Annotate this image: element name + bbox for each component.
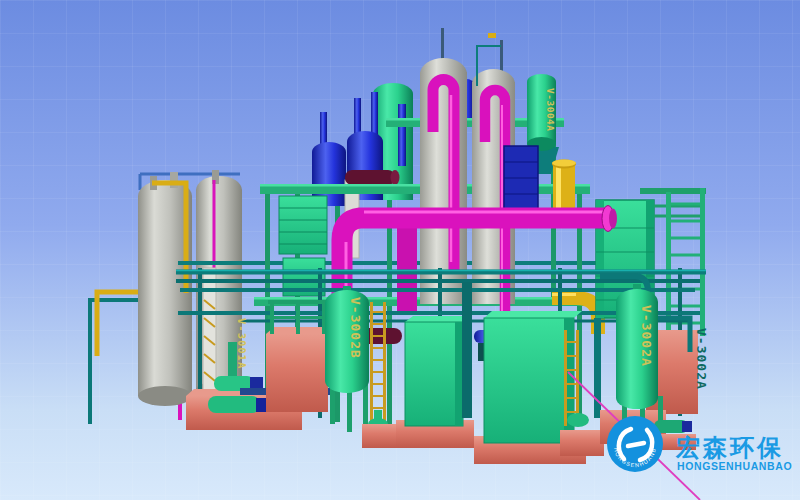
equipment-label-v3002b: V-3002B — [348, 297, 363, 359]
blue-control-cabinet — [504, 146, 538, 210]
column-body — [420, 72, 467, 304]
brand-name-en: HONGSENHUANBAO — [677, 460, 792, 472]
brand-name-cn: 宏森环保 — [675, 434, 784, 461]
maroon-horizontal-vessel — [345, 170, 400, 185]
equipment-tag-v3002a: V-3002A — [694, 328, 709, 390]
equipment-label-v3001a: V-3001A — [236, 318, 248, 369]
teal-riser — [462, 282, 472, 418]
pump — [208, 396, 260, 413]
equipment-label-v3004a: V-3004A — [545, 88, 556, 132]
cad-3d-viewport: V-3001A V-3002B V-3002A V-3002A V-3004A … — [0, 0, 800, 500]
equipment-label-v3002a: V-3002A — [639, 305, 654, 367]
